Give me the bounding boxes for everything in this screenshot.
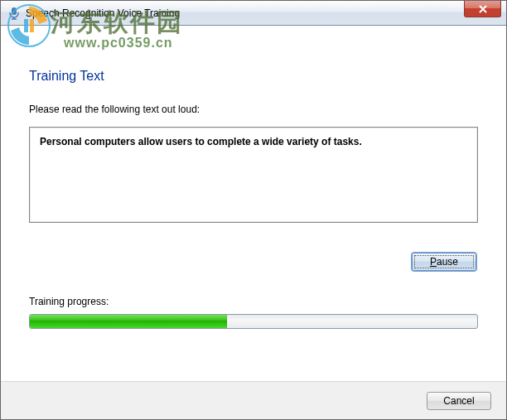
progress-label: Training progress: (29, 296, 478, 307)
app-icon (7, 7, 21, 20)
footer-bar: Cancel (1, 381, 506, 419)
close-icon (478, 5, 488, 13)
pause-button[interactable]: Pause (412, 253, 476, 271)
page-heading: Training Text (29, 69, 478, 84)
cancel-button[interactable]: Cancel (427, 392, 491, 410)
progress-bar (29, 314, 478, 329)
svg-rect-0 (12, 7, 17, 15)
titlebar: Speech Recognition Voice Training (1, 1, 506, 26)
progress-fill (30, 315, 227, 328)
window-title: Speech Recognition Voice Training (26, 7, 180, 19)
close-button[interactable] (464, 1, 501, 17)
training-text-panel: Personal computers allow users to comple… (29, 127, 478, 223)
training-text: Personal computers allow users to comple… (40, 136, 362, 147)
instruction-text: Please read the following text out loud: (29, 104, 478, 115)
page-body: Training Text Please read the following … (1, 26, 506, 419)
window-frame: Speech Recognition Voice Training 河东软件园 … (0, 0, 507, 420)
